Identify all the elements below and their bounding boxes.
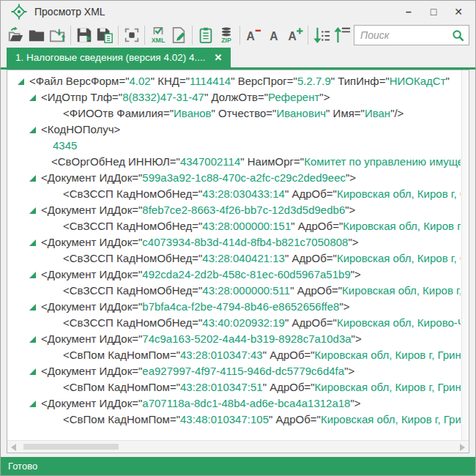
xml-line: 4345 [7,138,461,154]
xml-attr-value: 43:28:040421:13 [202,252,285,264]
search-input[interactable] [360,29,452,41]
xml-attr-value: Референт [268,91,319,103]
xml-attr-value: 8(8332)47-31-47 [122,91,204,103]
xml-line: <СвЗССП КадНомОбНед="43:40:020932:19" Ад… [7,315,461,331]
xml-markup: <СвОргОбНед ИННЮЛ=" [51,155,180,168]
folder-exchange-button[interactable] [48,25,67,45]
xml-markup: " АдрОб=" [263,349,315,361]
tab-close-icon[interactable]: ✕ [214,53,222,62]
expander-icon[interactable] [29,94,36,101]
tab-label: 1. Налоговые сведения (версия 4.02) 4...… [15,52,205,63]
xml-markup: <СвЗССП КадНомОбНед=" [63,220,202,232]
xml-line: <СвПом КадНомПом="43:28:010347:43" АдрОб… [7,347,461,363]
xml-markup: <СвЗССП КадНомОбНед=" [63,316,202,329]
xml-markup: "/> [390,107,404,119]
xml-markup: "> [339,300,349,313]
xml-markup: <Документ ИдДок=" [41,300,142,313]
xml-line: <Документ ИдДок="ea927997-4f97-4115-946d… [7,363,461,379]
clipboard-list-button[interactable] [196,25,215,45]
xml-attr-value: Кировская обл, Киров г, [342,284,461,297]
horizontal-scroll-thumb[interactable] [23,444,119,450]
xml-line: <ИдОтпр Тлф="8(8332)47-31-47" ДолжОтв="Р… [7,89,461,105]
tab-strip: 1. Налоговые сведения (версия 4.02) 4...… [1,48,475,70]
expander-icon[interactable] [29,239,36,246]
xml-markup: " ДолжОтв=" [204,91,268,103]
close-button[interactable]: ✕ [446,2,471,21]
xml-line: <СвЗССП КадНомОбНед="43:28:000000:151" А… [7,218,461,234]
save-list-button[interactable] [96,25,114,45]
expander-icon[interactable] [18,78,24,85]
minimize-button[interactable]: – [396,2,421,21]
edit-document-button[interactable] [170,25,188,45]
vertical-scrollbar[interactable] [461,70,469,440]
scroll-left-arrow-icon[interactable] [11,444,16,451]
xml-markup: <СвПом КадНомПом=" [63,349,180,361]
xml-markup: <Документ ИдДок=" [41,397,142,409]
xml-line: <СвЗССП КадНомОбНед="43:28:040421:13" Ад… [7,250,461,267]
xml-attr-value: Кировская обл, Киров г, [343,220,461,232]
search-icon[interactable] [452,29,464,42]
svg-text:XML: XML [152,37,166,44]
font-default-button[interactable]: A [264,25,283,45]
tab-nalogovye-svedeniya[interactable]: 1. Налоговые сведения (версия 4.02) 4...… [7,48,231,67]
xml-markup: " КНД=" [151,75,190,87]
open-folder-button[interactable] [7,25,25,45]
toolbar-separator [118,26,119,45]
xml-markup: " АдрОб=" [285,252,337,264]
validate-xml-button[interactable]: XML [149,25,167,45]
xml-attr-value: 43:48:010347:105 [180,413,269,425]
svg-text:A: A [289,30,297,42]
xml-line: <Документ ИдДок="492cda24-2d2b-458c-81ec… [7,267,461,283]
xml-line: <КодНОПолуч> [7,122,461,138]
maximize-button[interactable]: □ [421,2,446,21]
xml-attr-value: 43:28:000000:151 [202,220,291,232]
xml-tree: <Файл ВерсФорм="4.02" КНД="1114414" Верс… [7,70,461,440]
toolbar-separator [192,26,193,45]
xml-markup: <КодНОПолуч> [41,123,120,135]
xml-markup: "> [344,365,354,377]
xml-attr-value: Кировская обл, Кирово-Ч [337,316,461,329]
xml-attr-value: 43:28:000000:511 [202,284,290,297]
window-title: Просмотр XML [34,6,105,18]
xml-attr-value: 43:28:010347:43 [180,349,263,361]
expander-icon[interactable] [29,304,36,310]
save-xml-button[interactable] [75,25,93,45]
xml-markup: <Файл ВерсФорм=" [29,75,129,87]
xml-markup: <ФИООтв Фамилия=" [63,107,174,119]
svg-text:ZIP: ZIP [221,37,231,44]
expander-icon[interactable] [29,336,36,343]
xml-markup: " АдрОб=" [263,381,315,393]
xml-attr-value: a707118a-8dc1-48b4-ad6e-bca4a1312a18 [142,397,350,409]
xml-line: <Документ ИдДок="b7bfa4ca-f2be-4794-8b46… [7,299,461,315]
expander-icon[interactable] [29,207,36,214]
xml-attr-value: 8feb7ce2-8663-4f26-bb7c-12d3d5d9edb6 [142,204,345,216]
xml-attr-value: 43:28:010347:51 [180,381,263,393]
xml-content-area: <Файл ВерсФорм="4.02" КНД="1114414" Верс… [7,70,469,453]
xml-viewer-window: Просмотр XML – □ ✕ [0,0,476,476]
xml-attr-value: Иван [365,107,390,119]
xml-attr-value: 599a3a92-1c88-470c-a2fc-c29c2ded9eec [142,171,346,184]
expander-icon[interactable] [29,272,36,278]
horizontal-scrollbar[interactable] [7,440,469,453]
expander-icon[interactable] [29,368,36,375]
expander-icon[interactable] [29,175,36,182]
font-decrease-button[interactable]: A [244,25,262,45]
frame-select-button[interactable] [122,25,141,45]
xml-markup: " ВерсПрог=" [231,75,297,87]
expander-icon[interactable] [29,127,36,133]
xml-attr-value: Иванов [174,107,212,119]
expand-all-button[interactable] [312,25,330,45]
xml-attr-value: Кировская обл, Киров г, С [337,187,461,200]
folder-button[interactable] [27,25,45,45]
expander-icon[interactable] [29,401,36,407]
xml-markup: <Документ ИдДок=" [41,204,142,216]
zip-archive-button[interactable]: ZIP [217,25,235,45]
collapse-all-button[interactable] [332,25,351,45]
svg-text:A: A [247,30,255,42]
xml-attr-value: Кировская обл, Киров г, С [337,252,461,264]
xml-markup: "> [345,204,355,216]
xml-line: <Документ ИдДок="599a3a92-1c88-470c-a2fc… [7,170,461,186]
status-bar: Готово [1,457,475,475]
font-increase-button[interactable]: A [286,25,304,45]
scroll-right-arrow-icon[interactable] [460,444,465,451]
